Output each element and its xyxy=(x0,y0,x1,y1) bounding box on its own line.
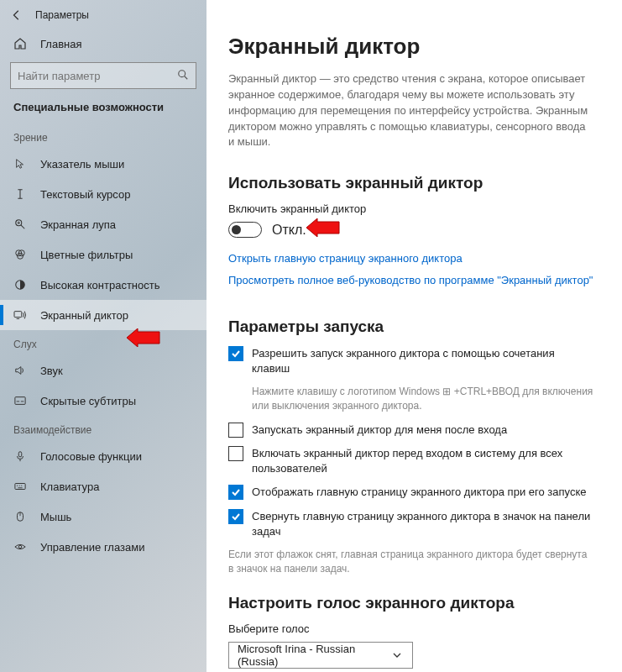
sidebar-item-label: Мышь xyxy=(40,511,71,523)
chevron-down-icon xyxy=(390,648,404,662)
checkbox-label: Включать экранный диктор перед входом в … xyxy=(252,446,593,476)
svg-point-19 xyxy=(21,486,22,486)
back-icon[interactable] xyxy=(10,8,24,22)
sidebar-item-label: Высокая контрастность xyxy=(40,279,160,291)
sidebar-item-label: Управление глазами xyxy=(40,541,144,554)
sidebar: Параметры Главная Специальные возможност… xyxy=(0,0,206,672)
sidebar-item-mouse[interactable]: Мышь xyxy=(0,501,206,532)
section-voice-heading: Настроить голос экранного диктора xyxy=(228,594,593,612)
window-title: Параметры xyxy=(35,9,89,21)
sidebar-item-label: Скрытые субтитры xyxy=(40,395,136,407)
annotation-arrow-1 xyxy=(126,328,161,347)
sidebar-item-label: Голосовые функции xyxy=(40,450,142,463)
hint-shortcut: Нажмите клавишу с логотипом Windows ⊞ +C… xyxy=(252,385,593,414)
sidebar-item-audio[interactable]: Звук xyxy=(0,355,206,386)
color-filter-icon xyxy=(13,248,27,261)
svg-line-1 xyxy=(185,76,188,80)
sidebar-item-color-filters[interactable]: Цветные фильтры xyxy=(0,239,206,270)
sidebar-item-label: Указатель мыши xyxy=(40,158,124,171)
sidebar-item-label: Экранный диктор xyxy=(40,309,128,322)
eye-icon xyxy=(13,540,27,554)
voice-select-value: Microsoft Irina - Russian (Russia) xyxy=(238,643,390,668)
audio-icon xyxy=(13,364,27,377)
voice-select-label: Выберите голос xyxy=(228,622,593,635)
page-title: Экранный диктор xyxy=(228,34,593,60)
checkbox-minimize-tray[interactable] xyxy=(228,509,243,524)
checkbox-shortcut[interactable] xyxy=(228,346,243,361)
sidebar-item-speech[interactable]: Голосовые функции xyxy=(0,441,206,471)
svg-rect-10 xyxy=(14,312,22,318)
home-icon xyxy=(13,37,27,50)
sidebar-item-label: Звук xyxy=(40,365,63,377)
group-vision: Зрение xyxy=(0,123,206,149)
sidebar-item-label: Клавиатура xyxy=(40,480,99,493)
sidebar-item-label: Экранная лупа xyxy=(40,218,116,231)
checkbox-after-signin[interactable] xyxy=(228,423,243,438)
home-label: Главная xyxy=(40,38,81,50)
sidebar-item-text-cursor[interactable]: Текстовый курсор xyxy=(0,179,206,209)
toggle-label: Включить экранный диктор xyxy=(228,202,593,215)
search-icon xyxy=(176,68,190,81)
svg-rect-15 xyxy=(18,452,22,457)
contrast-icon xyxy=(13,278,27,291)
checkbox-show-home[interactable] xyxy=(228,485,243,500)
main-content: Экранный диктор Экранный диктор — это ср… xyxy=(206,0,622,672)
link-open-home[interactable]: Открыть главную страницу экранного дикто… xyxy=(228,251,593,266)
group-hearing: Слух xyxy=(0,330,206,355)
search-wrap xyxy=(10,62,196,89)
sidebar-item-high-contrast[interactable]: Высокая контрастность xyxy=(0,270,206,300)
sidebar-item-keyboard[interactable]: Клавиатура xyxy=(0,471,206,501)
sidebar-item-mouse-pointer[interactable]: Указатель мыши xyxy=(0,149,206,179)
group-interaction: Взаимодействие xyxy=(0,416,206,441)
checkbox-before-signin[interactable] xyxy=(228,446,243,461)
svg-point-18 xyxy=(19,486,20,486)
checkbox-label: Свернуть главную страницу экранного дикт… xyxy=(252,509,593,539)
sidebar-item-label: Цветные фильтры xyxy=(40,249,133,261)
sidebar-item-eye-control[interactable]: Управление глазами xyxy=(0,532,206,562)
sidebar-item-narrator[interactable]: Экранный диктор xyxy=(0,300,206,330)
svg-point-17 xyxy=(17,486,18,486)
search-input[interactable] xyxy=(10,62,196,89)
page-description: Экранный диктор — это средство чтения с … xyxy=(228,71,593,150)
sidebar-item-magnifier[interactable]: Экранная лупа xyxy=(0,209,206,239)
home-nav[interactable]: Главная xyxy=(0,30,206,59)
sidebar-item-label: Текстовый курсор xyxy=(40,188,130,201)
keyboard-icon xyxy=(13,480,27,493)
sidebar-title: Специальные возможности xyxy=(0,101,206,123)
checkbox-label: Запускать экранный диктор для меня после… xyxy=(252,423,507,438)
cursor-icon xyxy=(13,157,27,171)
checkbox-label: Отображать главную страницу экранного ди… xyxy=(252,485,586,500)
captions-icon xyxy=(13,394,27,407)
annotation-arrow-2 xyxy=(306,218,341,237)
section-startup-heading: Параметры запуска xyxy=(228,318,593,336)
svg-rect-12 xyxy=(15,397,25,405)
hint-minimize: Если этот флажок снят, главная страница … xyxy=(228,548,593,577)
link-guide[interactable]: Просмотреть полное веб-руководство по пр… xyxy=(228,273,593,288)
toggle-state: Откл. xyxy=(272,223,306,238)
mouse-icon xyxy=(13,510,27,523)
svg-point-23 xyxy=(18,545,22,549)
svg-rect-16 xyxy=(15,484,25,490)
voice-select[interactable]: Microsoft Irina - Russian (Russia) xyxy=(228,642,413,669)
text-cursor-icon xyxy=(13,187,27,201)
narrator-toggle[interactable] xyxy=(228,222,262,238)
section-use-heading: Использовать экранный диктор xyxy=(228,174,593,192)
sidebar-item-captions[interactable]: Скрытые субтитры xyxy=(0,386,206,416)
checkbox-label: Разрешить запуск экранного диктора с пом… xyxy=(252,346,593,376)
mic-icon xyxy=(13,449,27,463)
svg-point-0 xyxy=(179,71,186,77)
narrator-icon xyxy=(13,308,27,322)
window-header: Параметры xyxy=(0,5,206,30)
magnifier-icon xyxy=(13,218,27,231)
svg-line-3 xyxy=(21,225,24,228)
